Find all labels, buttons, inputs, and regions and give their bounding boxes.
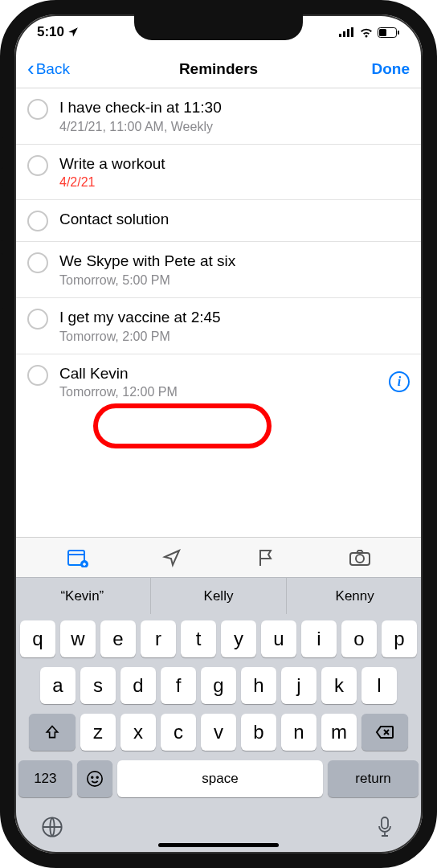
keyboard-bottom [18,805,419,849]
key-c[interactable]: c [161,714,196,751]
svg-rect-2 [347,29,349,37]
key-h[interactable]: h [241,667,276,704]
globe-key[interactable] [41,816,63,838]
key-g[interactable]: g [201,667,236,704]
cellular-icon [339,27,355,37]
shift-icon [44,724,60,740]
location-arrow-icon [67,27,79,38]
battery-icon [378,27,400,38]
nav-bar: ‹ Back Reminders Done [14,50,423,88]
reminder-title[interactable]: I get my vaccine at 2:45 [59,308,410,328]
keyboard: q w e r t y u i o p a s d f g h j k l z [14,614,423,854]
location-icon[interactable] [161,548,183,567]
space-key[interactable]: space [117,760,323,797]
shift-key[interactable] [29,714,76,751]
key-w[interactable]: w [60,620,96,657]
svg-point-13 [92,776,93,778]
key-v[interactable]: v [201,714,236,751]
mic-icon [374,816,396,838]
reminder-row[interactable]: We Skype with Pete at six Tomorrow, 5:00… [14,242,423,298]
key-u[interactable]: u [261,620,296,657]
complete-toggle[interactable] [27,211,48,231]
reminder-title[interactable]: We Skype with Pete at six [59,252,410,272]
backspace-key[interactable] [361,714,408,751]
key-n[interactable]: n [281,714,317,751]
numbers-key[interactable]: 123 [18,760,72,797]
complete-toggle[interactable] [27,252,48,273]
key-p[interactable]: p [382,620,417,657]
key-z[interactable]: z [80,714,116,751]
quick-action-bar [14,537,423,577]
suggestion-bar: “Kevin” Kelly Kenny [14,577,423,614]
complete-toggle[interactable] [27,155,48,176]
key-f[interactable]: f [161,667,196,704]
status-time: 5:10 [37,24,64,40]
key-s[interactable]: s [80,667,116,704]
info-button[interactable]: i [389,371,410,392]
svg-point-12 [88,772,102,786]
return-key[interactable]: return [328,760,419,797]
key-y[interactable]: y [221,620,256,657]
reminder-row[interactable]: I get my vaccine at 2:45 Tomorrow, 2:00 … [14,298,423,354]
svg-rect-0 [339,34,341,37]
emoji-icon [86,770,104,788]
dictation-key[interactable] [374,816,396,838]
reminder-title[interactable]: Contact solution [59,210,410,230]
key-a[interactable]: a [40,667,76,704]
key-x[interactable]: x [120,714,156,751]
key-l[interactable]: l [361,667,397,704]
svg-rect-6 [398,31,399,35]
key-k[interactable]: k [321,667,357,704]
complete-toggle[interactable] [27,365,48,386]
key-t[interactable]: t [181,620,216,657]
key-r[interactable]: r [141,620,176,657]
key-m[interactable]: m [321,714,357,751]
reminder-title[interactable]: I have check-in at 11:30 [59,98,410,118]
reminder-subtitle: Tomorrow, 2:00 PM [59,330,410,344]
reminder-subtitle: Tomorrow, 5:00 PM [59,273,410,288]
back-button[interactable]: ‹ Back [27,56,70,81]
key-d[interactable]: d [120,667,156,704]
complete-toggle[interactable] [27,309,48,330]
key-row: q w e r t y u i o p [18,620,419,657]
wifi-icon [359,27,374,38]
backspace-icon [375,725,394,739]
reminder-row[interactable]: I have check-in at 11:30 4/21/21, 11:00 … [14,88,423,145]
key-q[interactable]: q [20,620,55,657]
key-row: z x c v b n m [18,714,419,751]
reminder-row[interactable]: Contact solution [14,200,423,242]
key-b[interactable]: b [241,714,276,751]
suggestion[interactable]: “Kevin” [14,578,150,614]
svg-rect-3 [351,27,353,37]
camera-icon[interactable] [349,548,371,567]
key-o[interactable]: o [341,620,377,657]
svg-rect-16 [382,817,388,829]
svg-rect-5 [379,29,386,36]
key-i[interactable]: i [301,620,337,657]
back-label: Back [36,60,70,78]
reminder-title[interactable]: Call Kevin [59,364,381,384]
chevron-left-icon: ‹ [27,56,35,81]
svg-point-14 [96,776,98,778]
suggestion[interactable]: Kenny [286,578,423,614]
home-indicator[interactable] [158,843,279,847]
page-title: Reminders [14,60,423,78]
reminder-subtitle: 4/21/21, 11:00 AM, Weekly [59,120,410,134]
key-row: 123 space return [18,760,419,797]
svg-rect-1 [343,31,345,37]
reminder-subtitle: Tomorrow, 12:00 PM [59,385,381,399]
reminder-title[interactable]: Write a workout [59,154,410,174]
globe-icon [41,816,63,838]
svg-point-11 [356,555,364,563]
reminder-list[interactable]: I have check-in at 11:30 4/21/21, 11:00 … [14,88,423,537]
key-j[interactable]: j [281,667,317,704]
reminder-row[interactable]: Call Kevin Tomorrow, 12:00 PM i [14,354,423,410]
calendar-icon[interactable] [67,548,89,567]
reminder-row[interactable]: Write a workout 4/2/21 [14,145,423,201]
key-e[interactable]: e [100,620,136,657]
done-button[interactable]: Done [372,60,410,78]
complete-toggle[interactable] [27,99,48,120]
flag-icon[interactable] [255,548,277,567]
emoji-key[interactable] [77,760,112,797]
suggestion[interactable]: Kelly [150,578,287,614]
